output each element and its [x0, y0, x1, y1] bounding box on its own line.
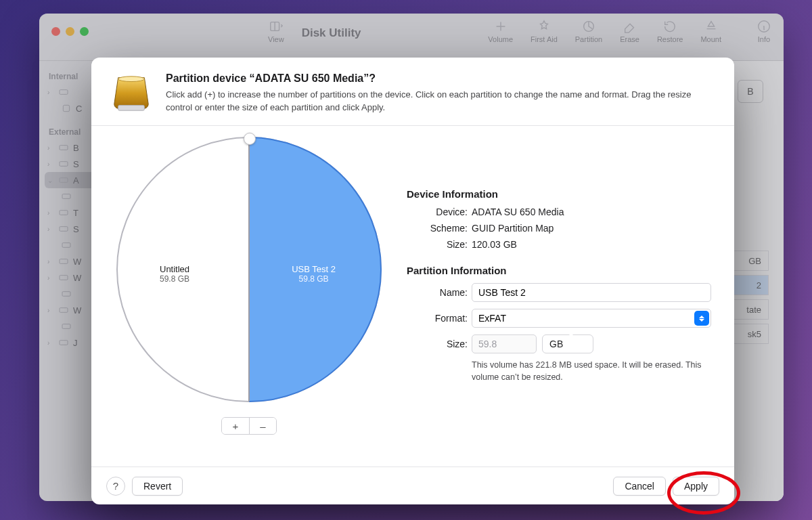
pie-label-left[interactable]: Untitled 59.8 GB — [160, 264, 189, 284]
sheet-description: Click add (+) to increase the number of … — [166, 89, 715, 114]
name-label: Name: — [407, 287, 468, 298]
svg-point-18 — [118, 77, 145, 82]
svg-rect-19 — [118, 105, 145, 110]
remove-partition-button[interactable]: – — [249, 418, 276, 434]
format-label: Format: — [407, 313, 468, 324]
chevron-updown-icon[interactable] — [694, 311, 709, 326]
add-partition-button[interactable]: + — [222, 418, 249, 434]
revert-button[interactable]: Revert — [132, 477, 183, 496]
partition-pie[interactable]: Untitled 59.8 GB USB Test 2 59.8 GB — [114, 134, 384, 405]
external-drive-icon — [110, 72, 152, 114]
chevron-updown-icon[interactable] — [563, 337, 574, 351]
resize-handle[interactable] — [244, 133, 256, 145]
size-unit-select[interactable]: GB — [542, 334, 593, 353]
apply-button[interactable]: Apply — [673, 477, 719, 496]
sheet-title: Partition device “ADATA SU 650 Media”? — [166, 72, 715, 85]
name-input[interactable] — [472, 283, 711, 302]
size-note: This volume has 221.8 MB used space. It … — [407, 359, 711, 383]
help-button[interactable]: ? — [106, 477, 125, 496]
size-input[interactable] — [472, 334, 537, 353]
partition-sheet: Partition device “ADATA SU 650 Media”? C… — [91, 58, 734, 504]
device-label: Device: — [407, 207, 468, 217]
format-select[interactable] — [472, 309, 711, 328]
scheme-label: Scheme: — [407, 223, 468, 234]
device-info-heading: Device Information — [407, 188, 711, 200]
cancel-button[interactable]: Cancel — [613, 477, 666, 496]
partition-info-heading: Partition Information — [407, 265, 711, 276]
devsize-label: Size: — [407, 239, 468, 250]
device-value: ADATA SU 650 Media — [472, 207, 711, 217]
size-label: Size: — [407, 339, 468, 349]
add-remove-group: + – — [221, 417, 277, 435]
scheme-value: GUID Partition Map — [472, 223, 711, 234]
devsize-value: 120.03 GB — [472, 239, 711, 250]
pie-label-right[interactable]: USB Test 2 59.8 GB — [292, 264, 336, 284]
sheet-footer: ? Revert Cancel Apply — [91, 467, 734, 504]
